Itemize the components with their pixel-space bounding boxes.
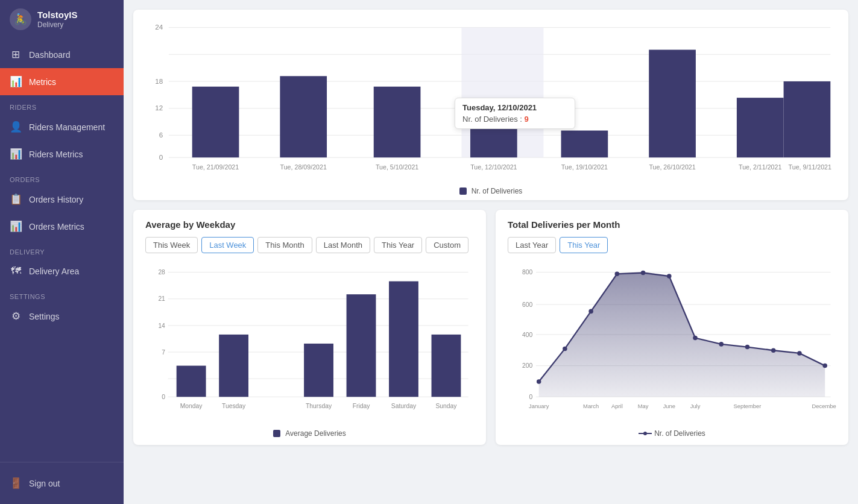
riders-metrics-icon: 📊 [10, 148, 22, 160]
main-content: Tuesday, 12/10/2021 Nr. of Deliveries : … [124, 0, 858, 504]
svg-text:Monday: Monday [180, 403, 203, 409]
svg-rect-15 [470, 109, 517, 158]
svg-text:Tue, 5/10/2021: Tue, 5/10/2021 [376, 163, 418, 171]
svg-text:Tue, 21/09/2021: Tue, 21/09/2021 [192, 163, 239, 171]
monthly-chart-title: Total Deliveries per Month [508, 219, 836, 230]
filter-last-month[interactable]: Last Month [316, 237, 370, 253]
svg-point-63 [563, 347, 567, 351]
bottom-charts-row: Average by Weekday This Week Last Week T… [133, 210, 848, 445]
app-logo: 🚴 TolstoyIS Delivery [0, 0, 124, 39]
svg-rect-17 [649, 50, 696, 158]
sidebar-item-riders-management[interactable]: 👤 Riders Management [0, 113, 124, 140]
svg-text:18: 18 [155, 77, 163, 85]
svg-rect-43 [389, 282, 418, 397]
sidebar-item-riders-metrics[interactable]: 📊 Riders Metrics [0, 140, 124, 168]
signout-icon: 🚪 [10, 477, 22, 490]
svg-rect-44 [432, 335, 461, 397]
svg-text:14: 14 [158, 323, 165, 329]
sidebar-label-orders-history: Orders History [29, 195, 83, 204]
filter-this-week[interactable]: This Week [145, 237, 198, 253]
sidebar-label-riders-management: Riders Management [29, 122, 105, 132]
filter-last-year[interactable]: Last Year [508, 237, 556, 253]
svg-text:July: July [690, 403, 701, 409]
sidebar-label-metrics: Metrics [29, 77, 56, 87]
avg-weekday-chart-svg: 28 21 14 7 0 Monday [145, 262, 474, 424]
svg-rect-19 [784, 81, 831, 157]
svg-point-83 [643, 432, 647, 435]
svg-text:0: 0 [162, 394, 165, 400]
legend-label-deliveries: Nr. of Deliveries [472, 187, 523, 195]
section-settings: Settings [0, 285, 124, 303]
svg-text:March: March [583, 403, 599, 409]
section-delivery: Delivery [0, 240, 124, 258]
svg-text:0: 0 [159, 153, 163, 161]
svg-text:12: 12 [155, 104, 163, 112]
svg-text:September: September [734, 403, 762, 409]
svg-point-69 [719, 342, 724, 347]
orders-metrics-icon: 📊 [10, 220, 22, 233]
svg-point-64 [588, 309, 593, 314]
svg-text:Tue, 2/11/2021: Tue, 2/11/2021 [739, 163, 781, 171]
sidebar-item-orders-history[interactable]: 📋 Orders History [0, 186, 124, 213]
delivery-area-icon: 🗺 [10, 265, 22, 277]
svg-text:6: 6 [159, 131, 163, 139]
svg-rect-40 [219, 335, 248, 397]
riders-management-icon: 👤 [10, 121, 22, 133]
filter-this-year[interactable]: This Year [560, 237, 608, 253]
top-bar-chart-card: Tuesday, 12/10/2021 Nr. of Deliveries : … [133, 10, 848, 200]
monthly-legend-label: Nr. of Deliveries [654, 429, 705, 438]
logo-icon: 🚴 [10, 8, 31, 30]
filter-this-year[interactable]: This Year [374, 237, 422, 253]
svg-text:400: 400 [522, 332, 532, 338]
sidebar-label-delivery-area: Delivery Area [29, 266, 79, 276]
svg-text:Tue, 9/11/2021: Tue, 9/11/2021 [789, 163, 831, 171]
sidebar-item-dashboard[interactable]: ⊞ Dashboard [0, 41, 124, 68]
svg-rect-18 [737, 98, 784, 157]
sidebar-bottom: 🚪 Sign out [0, 462, 124, 504]
svg-text:800: 800 [522, 269, 532, 276]
svg-point-62 [537, 379, 541, 384]
svg-text:April: April [611, 403, 623, 409]
svg-text:Tue, 28/09/2021: Tue, 28/09/2021 [280, 163, 327, 171]
svg-point-73 [822, 364, 827, 368]
sidebar-label-signout: Sign out [29, 479, 60, 488]
metrics-icon: 📊 [10, 75, 22, 88]
svg-rect-11 [192, 87, 239, 158]
monthly-chart-card: Total Deliveries per Month Last Year Thi… [496, 210, 848, 445]
svg-rect-13 [374, 87, 421, 158]
svg-text:Friday: Friday [353, 403, 371, 409]
sidebar-item-orders-metrics[interactable]: 📊 Orders Metrics [0, 213, 124, 240]
sidebar-item-signout[interactable]: 🚪 Sign out [0, 470, 124, 497]
svg-point-65 [615, 272, 620, 277]
svg-text:7: 7 [162, 349, 165, 356]
filter-custom[interactable]: Custom [426, 237, 468, 253]
svg-point-70 [745, 345, 750, 350]
svg-point-68 [693, 336, 698, 341]
monthly-legend-item: Nr. of Deliveries [639, 429, 705, 438]
legend-dot-deliveries [459, 187, 467, 195]
section-riders: Riders [0, 95, 124, 113]
avg-weekday-title: Average by Weekday [145, 219, 474, 230]
sidebar: 🚴 TolstoyIS Delivery ⊞ Dashboard 📊 Metri… [0, 0, 124, 504]
filter-this-month[interactable]: This Month [257, 237, 312, 253]
svg-text:June: June [663, 403, 675, 409]
sidebar-item-delivery-area[interactable]: 🗺 Delivery Area [0, 258, 124, 285]
section-orders: Orders [0, 168, 124, 186]
avg-weekday-card: Average by Weekday This Week Last Week T… [133, 210, 486, 445]
top-chart-legend: Nr. of Deliveries [145, 187, 836, 195]
svg-text:28: 28 [158, 269, 165, 276]
settings-icon: ⚙ [10, 310, 22, 323]
sidebar-item-metrics[interactable]: 📊 Metrics [0, 68, 124, 95]
svg-text:24: 24 [155, 23, 163, 31]
svg-text:May: May [638, 403, 649, 409]
sidebar-item-settings[interactable]: ⚙ Settings [0, 303, 124, 330]
monthly-legend: Nr. of Deliveries [508, 429, 836, 438]
filter-last-week[interactable]: Last Week [201, 237, 254, 253]
svg-point-72 [797, 351, 802, 356]
svg-text:Tue, 12/10/2021: Tue, 12/10/2021 [470, 163, 517, 171]
orders-history-icon: 📋 [10, 193, 22, 206]
app-subtitle: Delivery [37, 20, 77, 29]
svg-text:21: 21 [158, 295, 165, 302]
sidebar-label-orders-metrics: Orders Metrics [29, 222, 84, 232]
svg-text:Tue, 26/10/2021: Tue, 26/10/2021 [649, 163, 695, 171]
